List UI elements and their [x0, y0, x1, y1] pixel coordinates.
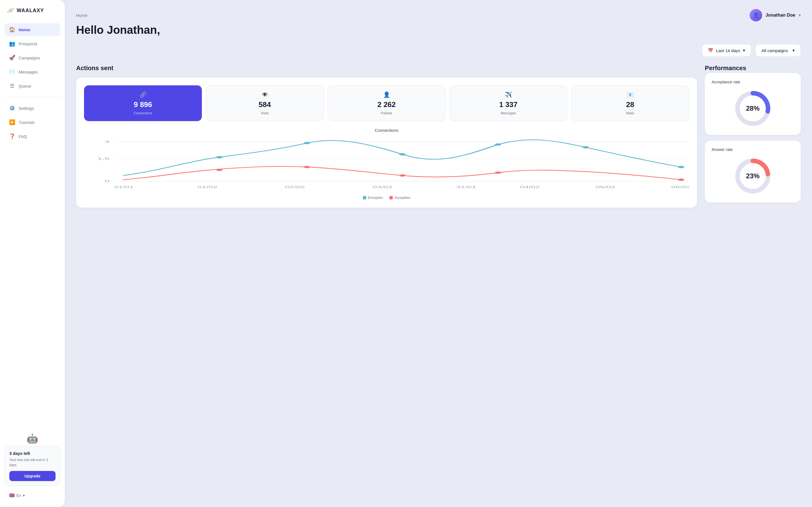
connections-icon: 🔗: [140, 91, 147, 98]
sidebar-item-campaigns[interactable]: 🚀 Campaigns: [4, 51, 60, 64]
sidebar-item-prospects[interactable]: 👥 Prospects: [4, 37, 60, 50]
legend-envoyees-label: Envoyées: [368, 196, 383, 200]
trial-title: 3 days left: [9, 451, 56, 456]
answer-donut: 23%: [733, 156, 772, 196]
follows-number: 2 262: [377, 100, 396, 109]
campaign-filter-button[interactable]: All campaigns ▾: [756, 44, 801, 57]
upgrade-button[interactable]: Upgrade: [9, 471, 56, 481]
chevron-down-icon: ▾: [23, 493, 25, 498]
connections-number: 9 896: [134, 100, 152, 109]
sidebar-item-home[interactable]: 🏠 Home: [4, 23, 60, 36]
sidebar: 🪐 WAALAXY 🏠 Home 👥 Prospects 🚀 Campaigns…: [0, 0, 65, 507]
messages-number: 1 337: [499, 100, 517, 109]
svg-text:06/02: 06/02: [671, 186, 689, 189]
date-filter-label: Last 14 days: [716, 48, 740, 53]
home-icon: 🏠: [9, 26, 15, 33]
flag-icon: 🇬🇧: [9, 493, 15, 498]
date-filter-button[interactable]: 📅 Last 14 days ▾: [702, 44, 751, 57]
chart-legend: Envoyées Acceptées: [84, 196, 689, 200]
svg-text:03/02: 03/02: [373, 186, 393, 189]
date-chevron-icon: ▾: [743, 48, 745, 53]
actions-sent-title: Actions sent: [76, 64, 697, 72]
sidebar-item-tutorials[interactable]: ▶️ Tutorials: [4, 116, 60, 129]
sidebar-item-campaigns-label: Campaigns: [18, 55, 40, 60]
acceptance-rate-title: Acceptance rate: [712, 80, 740, 84]
mails-number: 28: [626, 100, 635, 109]
campaign-filter-label: All campaigns: [762, 48, 788, 53]
robot-illustration: 🤖: [4, 431, 60, 446]
trial-card: 3 days left Your free trial will end in …: [4, 446, 60, 486]
stat-card-mails[interactable]: 📧 28 Mails: [571, 86, 689, 121]
messages-label: Messages: [501, 111, 516, 115]
svg-point-7: [304, 142, 310, 144]
sidebar-item-settings[interactable]: ⚙️ Settings: [4, 102, 60, 115]
svg-point-15: [495, 172, 501, 174]
performances-title: Performances: [705, 64, 801, 72]
campaigns-icon: 🚀: [9, 55, 15, 61]
chart-svg: 3 1,5 0: [84, 136, 689, 192]
stat-card-messages[interactable]: ✈️ 1 337 Messages: [449, 86, 567, 121]
sidebar-item-messages[interactable]: ✉️ Messages: [4, 65, 60, 78]
visits-label: Visits: [261, 111, 269, 115]
logo-icon: 🪐: [7, 7, 14, 14]
logo-text: WAALAXY: [17, 8, 44, 13]
svg-text:0: 0: [105, 179, 109, 183]
legend-envoyees: Envoyées: [363, 196, 383, 200]
language-selector[interactable]: 🇬🇧 En ▾: [4, 490, 60, 500]
sidebar-bottom: 🤖 3 days left Your free trial will end i…: [4, 431, 60, 500]
stat-card-follows[interactable]: 👤 2 262 Follows: [327, 86, 446, 121]
svg-point-11: [678, 166, 684, 168]
trial-text: Your free trial will end in 3 days.: [9, 457, 56, 467]
mails-icon: 📧: [627, 91, 634, 98]
svg-text:31/01: 31/01: [114, 186, 134, 189]
acceptance-donut: 28%: [733, 89, 772, 128]
stat-card-connections[interactable]: 🔗 9 896 Connections: [84, 86, 202, 121]
language-label: En: [16, 493, 21, 498]
sidebar-logo: 🪐 WAALAXY: [4, 7, 60, 14]
sidebar-item-faq-label: FAQ: [18, 134, 27, 139]
nav-list: 🏠 Home 👥 Prospects 🚀 Campaigns ✉️ Messag…: [4, 23, 60, 93]
user-name: Jonathan Doe: [765, 13, 795, 18]
svg-point-12: [216, 169, 223, 171]
top-header: Home 👤 Jonathan Doe ▾: [76, 9, 801, 21]
stat-card-visits[interactable]: 👁️ 584 Visits: [206, 86, 324, 121]
messages-icon: ✉️: [9, 69, 15, 75]
legend-envoyees-dot: [363, 196, 366, 200]
mails-label: Mails: [626, 111, 634, 115]
messages-stat-icon: ✈️: [505, 91, 512, 98]
actions-sent-section: Actions sent 🔗 9 896 Connections 👁️ 584 …: [76, 64, 697, 208]
legend-acceptees-dot: [389, 196, 393, 200]
svg-text:04/02: 04/02: [520, 186, 540, 189]
campaign-chevron-icon: ▾: [793, 48, 795, 53]
legend-acceptees: Acceptées: [389, 196, 410, 200]
avatar-image: 👤: [750, 9, 762, 21]
answer-percentage: 23%: [746, 172, 760, 180]
connections-label: Connections: [134, 111, 153, 115]
svg-point-10: [582, 146, 589, 149]
chart-title: Connections: [84, 128, 689, 133]
prospects-icon: 👥: [9, 41, 15, 47]
performances-section: Performances Acceptance rate 28%: [705, 64, 801, 208]
sidebar-item-tutorials-label: Tutorials: [18, 120, 35, 125]
svg-text:05/02: 05/02: [596, 186, 615, 189]
faq-icon: ❓: [9, 133, 15, 139]
svg-text:31/01: 31/01: [456, 186, 476, 189]
breadcrumb: Home: [76, 13, 87, 18]
sidebar-item-faq[interactable]: ❓ FAQ: [4, 130, 60, 143]
calendar-icon: 📅: [708, 48, 713, 53]
sidebar-item-settings-label: Settings: [18, 106, 34, 111]
legend-acceptees-label: Acceptées: [395, 196, 410, 200]
svg-text:1,5: 1,5: [97, 157, 109, 160]
visits-number: 584: [259, 100, 271, 109]
filters-row: 📅 Last 14 days ▾ All campaigns ▾: [76, 44, 801, 57]
sidebar-item-queue[interactable]: ☰ Queue: [4, 79, 60, 93]
sidebar-item-queue-label: Queue: [18, 83, 31, 89]
queue-icon: ☰: [9, 83, 15, 89]
acceptance-percentage: 28%: [746, 105, 760, 112]
chart-area: Connections 3 1,5 0: [84, 128, 689, 200]
page-title: Hello Jonathan,: [76, 24, 801, 36]
user-profile[interactable]: 👤 Jonathan Doe ▾: [750, 9, 801, 21]
svg-point-16: [678, 179, 684, 181]
answer-rate-title: Answer rate: [712, 147, 733, 152]
chart-container: 3 1,5 0: [84, 136, 689, 192]
